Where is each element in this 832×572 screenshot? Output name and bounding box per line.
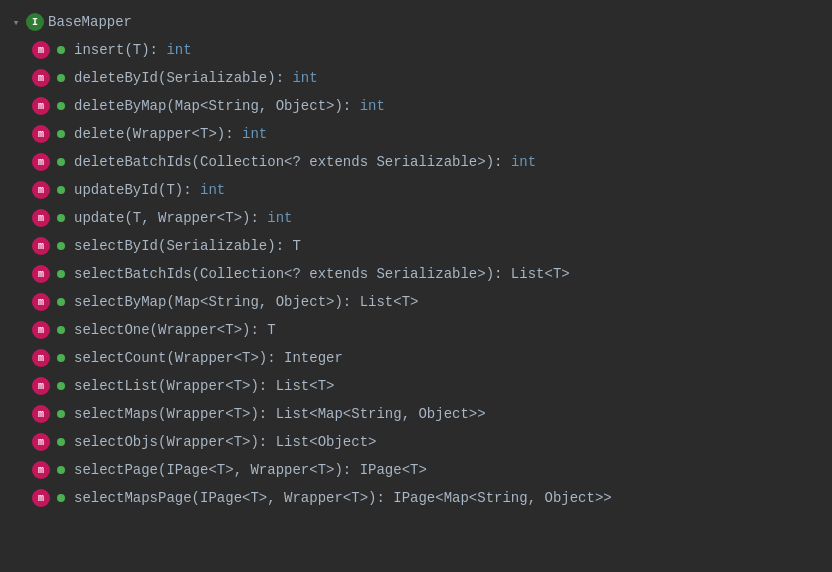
visibility-icon [54,239,68,253]
method-icon: m [32,265,50,283]
root-row[interactable]: ▾ I BaseMapper [0,8,832,36]
method-signature: selectById(Serializable): T [74,238,301,254]
list-item[interactable]: m selectBatchIds(Collection<? extends Se… [0,260,832,288]
list-item[interactable]: m deleteById(Serializable): int [0,64,832,92]
visibility-icon [54,183,68,197]
method-signature: deleteBatchIds(Collection<? extends Seri… [74,154,536,170]
list-item[interactable]: m updateById(T): int [0,176,832,204]
visibility-icon [54,351,68,365]
visibility-icon [54,155,68,169]
class-name: BaseMapper [48,14,132,30]
interface-icon: I [26,13,44,31]
list-item[interactable]: m delete(Wrapper<T>): int [0,120,832,148]
visibility-icon [54,211,68,225]
method-signature: deleteByMap(Map<String, Object>): int [74,98,385,114]
list-item[interactable]: m insert(T): int [0,36,832,64]
method-signature: selectByMap(Map<String, Object>): List<T… [74,294,418,310]
list-item[interactable]: m selectById(Serializable): T [0,232,832,260]
method-signature: delete(Wrapper<T>): int [74,126,267,142]
method-icon: m [32,181,50,199]
method-signature: selectPage(IPage<T>, Wrapper<T>): IPage<… [74,462,427,478]
method-icon: m [32,349,50,367]
list-item[interactable]: m selectObjs(Wrapper<T>): List<Object> [0,428,832,456]
list-item[interactable]: m selectMapsPage(IPage<T>, Wrapper<T>): … [0,484,832,512]
method-signature: insert(T): int [74,42,192,58]
visibility-icon [54,71,68,85]
list-item[interactable]: m update(T, Wrapper<T>): int [0,204,832,232]
list-item[interactable]: m deleteByMap(Map<String, Object>): int [0,92,832,120]
method-signature: selectObjs(Wrapper<T>): List<Object> [74,434,376,450]
method-signature: selectCount(Wrapper<T>): Integer [74,350,343,366]
method-signature: update(T, Wrapper<T>): int [74,210,292,226]
visibility-icon [54,295,68,309]
method-icon: m [32,489,50,507]
visibility-icon [54,323,68,337]
visibility-icon [54,379,68,393]
visibility-icon [54,127,68,141]
list-item[interactable]: m selectCount(Wrapper<T>): Integer [0,344,832,372]
method-icon: m [32,97,50,115]
method-icon: m [32,209,50,227]
method-icon: m [32,293,50,311]
list-item[interactable]: m selectOne(Wrapper<T>): T [0,316,832,344]
method-signature: updateById(T): int [74,182,225,198]
method-icon: m [32,377,50,395]
method-icon: m [32,461,50,479]
visibility-icon [54,463,68,477]
method-icon: m [32,237,50,255]
list-item[interactable]: m deleteBatchIds(Collection<? extends Se… [0,148,832,176]
method-icon: m [32,321,50,339]
method-icon: m [32,41,50,59]
method-icon: m [32,125,50,143]
tree-container: ▾ I BaseMapper m insert(T): int m delete… [0,0,832,520]
method-signature: selectMapsPage(IPage<T>, Wrapper<T>): IP… [74,490,612,506]
list-item[interactable]: m selectMaps(Wrapper<T>): List<Map<Strin… [0,400,832,428]
visibility-icon [54,43,68,57]
method-signature: deleteById(Serializable): int [74,70,318,86]
visibility-icon [54,99,68,113]
visibility-icon [54,491,68,505]
visibility-icon [54,435,68,449]
method-signature: selectBatchIds(Collection<? extends Seri… [74,266,570,282]
method-icon: m [32,69,50,87]
list-item[interactable]: m selectByMap(Map<String, Object>): List… [0,288,832,316]
method-signature: selectList(Wrapper<T>): List<T> [74,378,334,394]
method-icon: m [32,433,50,451]
method-signature: selectMaps(Wrapper<T>): List<Map<String,… [74,406,486,422]
list-item[interactable]: m selectList(Wrapper<T>): List<T> [0,372,832,400]
method-icon: m [32,153,50,171]
visibility-icon [54,267,68,281]
method-icon: m [32,405,50,423]
method-signature: selectOne(Wrapper<T>): T [74,322,276,338]
list-item[interactable]: m selectPage(IPage<T>, Wrapper<T>): IPag… [0,456,832,484]
visibility-icon [54,407,68,421]
chevron-icon[interactable]: ▾ [8,14,24,30]
